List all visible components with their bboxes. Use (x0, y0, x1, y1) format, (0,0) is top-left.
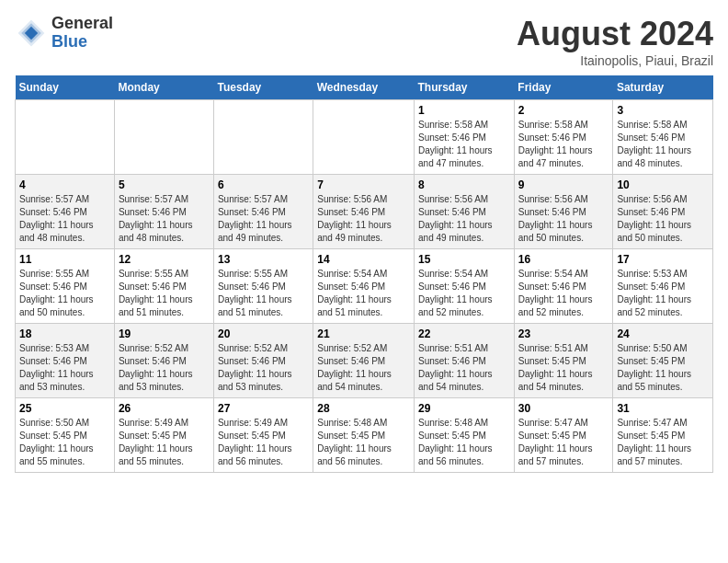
day-number: 24 (617, 327, 709, 340)
day-number: 18 (19, 327, 110, 340)
page-header: General Blue August 2024 Itainopolis, Pi… (15, 15, 713, 68)
day-info: Sunrise: 5:53 AM Sunset: 5:46 PM Dayligh… (19, 342, 110, 394)
day-cell: 23Sunrise: 5:51 AM Sunset: 5:45 PM Dayli… (514, 324, 613, 398)
day-number: 3 (617, 104, 709, 117)
day-number: 29 (418, 402, 510, 415)
day-info: Sunrise: 5:51 AM Sunset: 5:45 PM Dayligh… (518, 342, 609, 394)
day-cell: 26Sunrise: 5:49 AM Sunset: 5:45 PM Dayli… (114, 398, 213, 473)
day-cell: 11Sunrise: 5:55 AM Sunset: 5:46 PM Dayli… (16, 249, 115, 324)
day-number: 27 (218, 402, 309, 415)
day-number: 1 (418, 104, 510, 117)
day-cell: 30Sunrise: 5:47 AM Sunset: 5:45 PM Dayli… (514, 398, 613, 473)
day-cell: 21Sunrise: 5:52 AM Sunset: 5:46 PM Dayli… (313, 324, 415, 398)
day-info: Sunrise: 5:56 AM Sunset: 5:46 PM Dayligh… (418, 193, 510, 245)
day-header-sunday: Sunday (16, 75, 115, 100)
day-number: 23 (518, 327, 609, 340)
day-number: 19 (119, 327, 210, 340)
week-row-4: 18Sunrise: 5:53 AM Sunset: 5:46 PM Dayli… (16, 324, 713, 398)
day-number: 30 (518, 402, 609, 415)
day-number: 31 (617, 402, 709, 415)
day-info: Sunrise: 5:54 AM Sunset: 5:46 PM Dayligh… (317, 268, 410, 319)
day-number: 12 (119, 253, 210, 266)
logo-icon (15, 17, 48, 50)
day-info: Sunrise: 5:51 AM Sunset: 5:46 PM Dayligh… (418, 342, 510, 394)
day-info: Sunrise: 5:54 AM Sunset: 5:46 PM Dayligh… (418, 268, 510, 319)
day-info: Sunrise: 5:56 AM Sunset: 5:46 PM Dayligh… (617, 193, 709, 245)
day-cell: 24Sunrise: 5:50 AM Sunset: 5:45 PM Dayli… (613, 324, 713, 398)
day-info: Sunrise: 5:52 AM Sunset: 5:46 PM Dayligh… (218, 342, 309, 394)
day-cell: 10Sunrise: 5:56 AM Sunset: 5:46 PM Dayli… (613, 175, 713, 249)
day-number: 14 (317, 253, 410, 266)
month-title: August 2024 (517, 15, 713, 53)
day-cell: 25Sunrise: 5:50 AM Sunset: 5:45 PM Dayli… (16, 398, 115, 473)
day-number: 2 (518, 104, 609, 117)
title-block: August 2024 Itainopolis, Piaui, Brazil (517, 15, 713, 68)
day-number: 7 (317, 178, 410, 191)
day-cell (114, 100, 213, 175)
day-cell: 17Sunrise: 5:53 AM Sunset: 5:46 PM Dayli… (613, 249, 713, 324)
calendar-table: SundayMondayTuesdayWednesdayThursdayFrid… (15, 75, 713, 473)
day-cell (16, 100, 115, 175)
day-info: Sunrise: 5:57 AM Sunset: 5:46 PM Dayligh… (218, 193, 309, 245)
day-number: 25 (19, 402, 110, 415)
day-info: Sunrise: 5:52 AM Sunset: 5:46 PM Dayligh… (317, 342, 410, 394)
week-row-3: 11Sunrise: 5:55 AM Sunset: 5:46 PM Dayli… (16, 249, 713, 324)
day-header-wednesday: Wednesday (313, 75, 415, 100)
day-header-monday: Monday (114, 75, 213, 100)
day-cell: 20Sunrise: 5:52 AM Sunset: 5:46 PM Dayli… (213, 324, 313, 398)
day-cell (313, 100, 415, 175)
day-cell: 1Sunrise: 5:58 AM Sunset: 5:46 PM Daylig… (415, 100, 515, 175)
day-cell: 18Sunrise: 5:53 AM Sunset: 5:46 PM Dayli… (16, 324, 115, 398)
day-cell: 13Sunrise: 5:55 AM Sunset: 5:46 PM Dayli… (213, 249, 313, 324)
day-cell: 8Sunrise: 5:56 AM Sunset: 5:46 PM Daylig… (415, 175, 515, 249)
day-cell: 15Sunrise: 5:54 AM Sunset: 5:46 PM Dayli… (415, 249, 515, 324)
day-header-saturday: Saturday (613, 75, 713, 100)
day-info: Sunrise: 5:48 AM Sunset: 5:45 PM Dayligh… (418, 417, 510, 468)
day-number: 16 (518, 253, 609, 266)
day-info: Sunrise: 5:52 AM Sunset: 5:46 PM Dayligh… (119, 342, 210, 394)
day-number: 17 (617, 253, 709, 266)
day-number: 8 (418, 178, 510, 191)
logo: General Blue (15, 15, 113, 52)
week-row-5: 25Sunrise: 5:50 AM Sunset: 5:45 PM Dayli… (16, 398, 713, 473)
day-info: Sunrise: 5:56 AM Sunset: 5:46 PM Dayligh… (518, 193, 609, 245)
day-info: Sunrise: 5:53 AM Sunset: 5:46 PM Dayligh… (617, 268, 709, 319)
day-info: Sunrise: 5:55 AM Sunset: 5:46 PM Dayligh… (19, 268, 110, 319)
day-info: Sunrise: 5:57 AM Sunset: 5:46 PM Dayligh… (119, 193, 210, 245)
day-cell: 27Sunrise: 5:49 AM Sunset: 5:45 PM Dayli… (213, 398, 313, 473)
day-header-thursday: Thursday (415, 75, 515, 100)
day-info: Sunrise: 5:56 AM Sunset: 5:46 PM Dayligh… (317, 193, 410, 245)
day-number: 11 (19, 253, 110, 266)
day-info: Sunrise: 5:47 AM Sunset: 5:45 PM Dayligh… (518, 417, 609, 468)
day-info: Sunrise: 5:54 AM Sunset: 5:46 PM Dayligh… (518, 268, 609, 319)
day-cell: 28Sunrise: 5:48 AM Sunset: 5:45 PM Dayli… (313, 398, 415, 473)
day-cell: 19Sunrise: 5:52 AM Sunset: 5:46 PM Dayli… (114, 324, 213, 398)
week-row-2: 4Sunrise: 5:57 AM Sunset: 5:46 PM Daylig… (16, 175, 713, 249)
day-number: 5 (119, 178, 210, 191)
day-number: 22 (418, 327, 510, 340)
day-number: 6 (218, 178, 309, 191)
day-cell: 5Sunrise: 5:57 AM Sunset: 5:46 PM Daylig… (114, 175, 213, 249)
day-info: Sunrise: 5:49 AM Sunset: 5:45 PM Dayligh… (119, 417, 210, 468)
day-info: Sunrise: 5:47 AM Sunset: 5:45 PM Dayligh… (617, 417, 709, 468)
day-number: 9 (518, 178, 609, 191)
day-cell: 9Sunrise: 5:56 AM Sunset: 5:46 PM Daylig… (514, 175, 613, 249)
week-row-1: 1Sunrise: 5:58 AM Sunset: 5:46 PM Daylig… (16, 100, 713, 175)
days-header-row: SundayMondayTuesdayWednesdayThursdayFrid… (16, 75, 713, 100)
day-number: 21 (317, 327, 410, 340)
day-cell: 29Sunrise: 5:48 AM Sunset: 5:45 PM Dayli… (415, 398, 515, 473)
day-header-tuesday: Tuesday (213, 75, 313, 100)
day-info: Sunrise: 5:57 AM Sunset: 5:46 PM Dayligh… (19, 193, 110, 245)
day-cell: 14Sunrise: 5:54 AM Sunset: 5:46 PM Dayli… (313, 249, 415, 324)
day-number: 13 (218, 253, 309, 266)
day-info: Sunrise: 5:55 AM Sunset: 5:46 PM Dayligh… (218, 268, 309, 319)
day-cell: 12Sunrise: 5:55 AM Sunset: 5:46 PM Dayli… (114, 249, 213, 324)
day-cell (213, 100, 313, 175)
logo-blue-text: Blue (51, 33, 113, 52)
day-cell: 16Sunrise: 5:54 AM Sunset: 5:46 PM Dayli… (514, 249, 613, 324)
day-info: Sunrise: 5:58 AM Sunset: 5:46 PM Dayligh… (418, 119, 510, 170)
day-number: 15 (418, 253, 510, 266)
day-cell: 2Sunrise: 5:58 AM Sunset: 5:46 PM Daylig… (514, 100, 613, 175)
location-text: Itainopolis, Piaui, Brazil (517, 53, 713, 68)
day-cell: 4Sunrise: 5:57 AM Sunset: 5:46 PM Daylig… (16, 175, 115, 249)
